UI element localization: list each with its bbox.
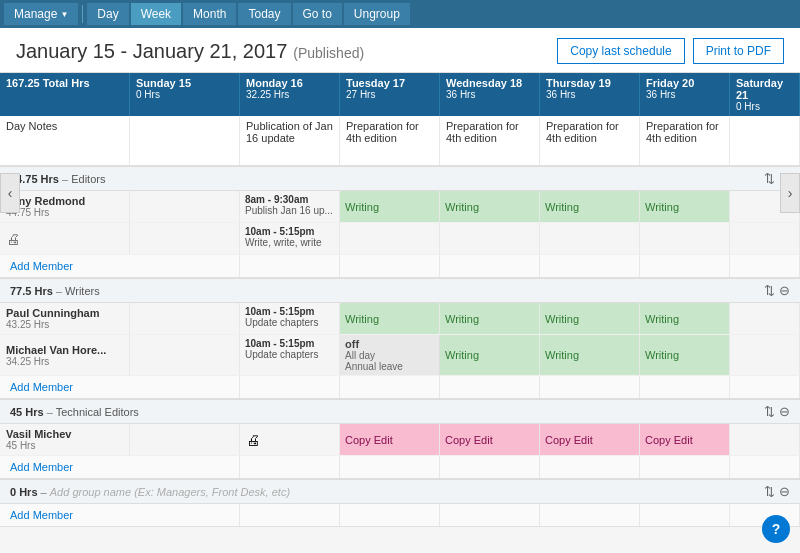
group-tech-editors-header: 45 Hrs – Technical Editors ⇅ ⊖ [0,399,800,424]
tony-tue2[interactable] [340,223,440,254]
vasil-michev-name: Vasil Michev 45 Hrs [0,424,130,455]
michael-mon[interactable]: 10am - 5:15pm Update chapters [240,335,340,375]
vasil-wed[interactable]: Copy Edit [440,424,540,455]
tony-redmond-icon: 🖨 [0,223,130,254]
sort-new-icon[interactable]: ⇅ [764,484,775,499]
day-notes-sun[interactable] [130,116,240,165]
sort-tech-icon[interactable]: ⇅ [764,404,775,419]
vasil-sat[interactable] [730,424,800,455]
vasil-michev-row: Vasil Michev 45 Hrs 🖨 Copy Edit Copy Edi… [0,424,800,456]
michael-tue[interactable]: off All day Annual leave [340,335,440,375]
copy-last-schedule-button[interactable]: Copy last schedule [557,38,684,64]
tony-mon2[interactable]: 10am - 5:15pm Write, write, write [240,223,340,254]
sort-writers-icon[interactable]: ⇅ [764,283,775,298]
michael-thu[interactable]: Writing [540,335,640,375]
help-button[interactable]: ? [762,515,790,543]
col-header-tue: Tuesday 17 27 Hrs [340,73,440,116]
col-header-sun: Sunday 15 0 Hrs [130,73,240,116]
tony-wed1[interactable]: Writing [440,191,540,222]
editors-add-member-row: Add Member [0,255,800,278]
group-writers-controls: ⇅ ⊖ [764,283,790,298]
col-header-wed: Wednesday 18 36 Hrs [440,73,540,116]
paul-tue[interactable]: Writing [340,303,440,334]
day-notes-tue[interactable]: Preparation for 4th edition [340,116,440,165]
collapse-tech-icon[interactable]: ⊖ [779,404,790,419]
tony-fri1[interactable]: Writing [640,191,730,222]
week-button[interactable]: Week [131,3,181,25]
tony-thu1[interactable]: Writing [540,191,640,222]
tony-thu2[interactable] [540,223,640,254]
tony-tue1[interactable]: Writing [340,191,440,222]
top-nav: Manage ▼ Day Week Month Today Go to Ungr… [0,0,800,28]
writers-add-member-button[interactable]: Add Member [0,376,130,398]
tony-redmond-row1: Tony Redmond 44.75 Hrs 8am - 9:30am Publ… [0,191,800,223]
vasil-thu[interactable]: Copy Edit [540,424,640,455]
writers-add-member-row: Add Member [0,376,800,399]
prev-week-arrow[interactable]: ‹ [0,173,20,213]
day-notes-sat[interactable] [730,116,800,165]
michael-fri[interactable]: Writing [640,335,730,375]
vasil-fri[interactable]: Copy Edit [640,424,730,455]
new-group-add-member-button[interactable]: Add Member [0,504,130,526]
col-header-mon: Monday 16 32.25 Hrs [240,73,340,116]
michael-sat[interactable] [730,335,800,375]
day-notes-fri[interactable]: Preparation for 4th edition [640,116,730,165]
michael-row: Michael Van Hore... 34.25 Hrs 10am - 5:1… [0,335,800,376]
nav-separator [82,5,83,23]
month-button[interactable]: Month [183,3,236,25]
collapse-new-icon[interactable]: ⊖ [779,484,790,499]
ungroup-button[interactable]: Ungroup [344,3,410,25]
paul-fri[interactable]: Writing [640,303,730,334]
day-notes-label: Day Notes [0,116,130,165]
group-editors-header: 44.75 Hrs – Editors ⇅ ⊖ [0,166,800,191]
new-group-add-member-row: Add Member [0,504,800,527]
sort-icon[interactable]: ⇅ [764,171,775,186]
tony-wed2[interactable] [440,223,540,254]
vasil-sun[interactable] [130,424,240,455]
col-header-total: 167.25 Total Hrs [0,73,130,116]
tony-redmond-row2: 🖨 10am - 5:15pm Write, write, write [0,223,800,255]
col-header-fri: Friday 20 36 Hrs [640,73,730,116]
tony-fri2[interactable] [640,223,730,254]
print-to-pdf-button[interactable]: Print to PDF [693,38,784,64]
paul-sat[interactable] [730,303,800,334]
collapse-writers-icon[interactable]: ⊖ [779,283,790,298]
michael-sun[interactable] [130,335,240,375]
col-header-sat: Saturday 21 0 Hrs [730,73,800,116]
manage-chevron-icon: ▼ [60,10,68,19]
header-buttons: Copy last schedule Print to PDF [557,38,784,64]
day-notes-mon[interactable]: Publication of Jan 16 update [240,116,340,165]
tech-editors-add-member-button[interactable]: Add Member [0,456,130,478]
column-headers: 167.25 Total Hrs Sunday 15 0 Hrs Monday … [0,73,800,116]
col-header-thu: Thursday 19 36 Hrs [540,73,640,116]
today-button[interactable]: Today [238,3,290,25]
tony-sat2[interactable] [730,223,800,254]
group-new-header: 0 Hrs – Add group name (Ex: Managers, Fr… [0,479,800,504]
paul-thu[interactable]: Writing [540,303,640,334]
group-new-controls: ⇅ ⊖ [764,484,790,499]
tony-sun1[interactable] [130,191,240,222]
date-range-title: January 15 - January 21, 2017 (Published… [16,40,364,63]
day-notes-wed[interactable]: Preparation for 4th edition [440,116,540,165]
page-header: January 15 - January 21, 2017 (Published… [0,28,800,73]
paul-cunningham-name: Paul Cunningham 43.25 Hrs [0,303,130,334]
tony-sun2[interactable] [130,223,240,254]
day-notes-row: Day Notes Publication of Jan 16 update P… [0,116,800,166]
paul-wed[interactable]: Writing [440,303,540,334]
michael-name: Michael Van Hore... 34.25 Hrs [0,335,130,375]
paul-sun[interactable] [130,303,240,334]
tony-mon1[interactable]: 8am - 9:30am Publish Jan 16 up... [240,191,340,222]
editors-add-member-button[interactable]: Add Member [0,255,130,277]
tech-editors-add-member-row: Add Member [0,456,800,479]
manage-button[interactable]: Manage ▼ [4,3,78,25]
group-writers-header: 77.5 Hrs – Writers ⇅ ⊖ [0,278,800,303]
day-button[interactable]: Day [87,3,128,25]
vasil-mon-icon: 🖨 [240,424,340,455]
vasil-tue[interactable]: Copy Edit [340,424,440,455]
paul-mon[interactable]: 10am - 5:15pm Update chapters [240,303,340,334]
group-tech-editors-controls: ⇅ ⊖ [764,404,790,419]
next-week-arrow[interactable]: › [780,173,800,213]
goto-button[interactable]: Go to [293,3,342,25]
day-notes-thu[interactable]: Preparation for 4th edition [540,116,640,165]
michael-wed[interactable]: Writing [440,335,540,375]
